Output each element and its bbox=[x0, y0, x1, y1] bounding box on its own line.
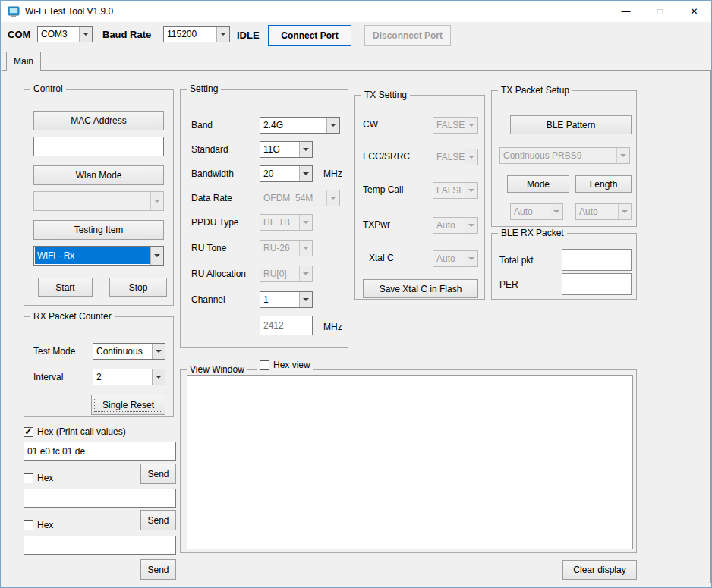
mode-button[interactable]: Mode bbox=[507, 175, 569, 193]
ru-tone-value: RU-26 bbox=[260, 241, 299, 256]
mode-value: Auto bbox=[511, 204, 550, 219]
checkbox-checked-icon bbox=[24, 427, 33, 437]
standard-select[interactable]: 11G bbox=[260, 141, 313, 158]
txpwr-label: TXPwr bbox=[363, 219, 390, 230]
ppdu-type-label: PPDU Type bbox=[191, 217, 238, 228]
standard-label: Standard bbox=[191, 144, 228, 155]
disconnect-port-button: Disconnect Port bbox=[364, 25, 451, 46]
checkbox-unchecked-icon bbox=[24, 520, 33, 530]
dropdown-arrow-icon bbox=[152, 344, 165, 359]
ppdu-type-select: HE TB bbox=[260, 214, 313, 231]
connect-port-button[interactable]: Connect Port bbox=[268, 25, 351, 46]
band-value: 2.4G bbox=[260, 118, 326, 133]
wlan-mode-button[interactable]: Wlan Mode bbox=[33, 165, 164, 185]
hex-cali-checkbox-label: Hex (Print cali values) bbox=[37, 426, 126, 437]
com-label: COM bbox=[8, 29, 30, 40]
dropdown-arrow-icon bbox=[150, 192, 163, 210]
dropdown-arrow-icon bbox=[326, 190, 339, 206]
window-controls: — □ ✕ bbox=[609, 1, 711, 22]
ru-tone-label: RU Tone bbox=[191, 243, 226, 253]
hex-cali-checkbox[interactable]: Hex (Print cali values) bbox=[24, 426, 126, 437]
ru-tone-select: RU-26 bbox=[260, 240, 313, 256]
bandwidth-unit-label: MHz bbox=[323, 168, 342, 179]
hex-checkbox-2[interactable]: Hex bbox=[24, 473, 53, 483]
frequency-input[interactable] bbox=[260, 316, 313, 335]
dropdown-arrow-icon bbox=[216, 27, 229, 42]
xtal-c-select: Auto bbox=[433, 250, 478, 267]
total-pkt-field bbox=[562, 249, 632, 271]
cw-value: FALSE bbox=[433, 118, 465, 133]
ble-rx-packet-title: BLE RX Packet bbox=[498, 228, 567, 238]
dropdown-arrow-icon bbox=[299, 142, 312, 157]
txpwr-value: Auto bbox=[433, 218, 465, 233]
view-window-title: View Window bbox=[187, 364, 247, 375]
ble-pattern-button[interactable]: BLE Pattern bbox=[510, 115, 632, 134]
interval-label: Interval bbox=[33, 372, 63, 382]
length-select: Auto bbox=[575, 203, 632, 220]
hex-input-2[interactable] bbox=[24, 489, 176, 508]
length-button[interactable]: Length bbox=[575, 175, 632, 193]
view-window-content[interactable] bbox=[187, 375, 633, 549]
channel-label: Channel bbox=[191, 294, 225, 305]
hex-checkbox-3[interactable]: Hex bbox=[24, 520, 53, 530]
ru-allocation-label: RU Allocation bbox=[191, 269, 246, 279]
total-pkt-label: Total pkt bbox=[499, 255, 534, 266]
hex-checkbox-3-label: Hex bbox=[37, 520, 53, 530]
dropdown-arrow-icon bbox=[299, 215, 312, 230]
band-label: Band bbox=[191, 120, 213, 130]
checkbox-unchecked-icon bbox=[24, 473, 33, 483]
dropdown-arrow-icon bbox=[465, 251, 477, 266]
hex-input-3[interactable] bbox=[24, 536, 176, 555]
mac-address-button[interactable]: MAC Address bbox=[33, 111, 164, 130]
band-select[interactable]: 2.4G bbox=[260, 117, 340, 134]
dropdown-arrow-icon bbox=[616, 148, 629, 163]
single-reset-button[interactable]: Single Reset bbox=[91, 395, 165, 415]
mac-address-input[interactable] bbox=[33, 137, 164, 156]
rx-packet-counter-title: RX Packet Counter bbox=[30, 311, 115, 322]
tx-packet-setup-group: TX Packet Setup BLE Pattern Continuous P… bbox=[491, 90, 637, 227]
ppdu-type-value: HE TB bbox=[260, 215, 299, 230]
dropdown-arrow-icon bbox=[465, 183, 477, 198]
start-button[interactable]: Start bbox=[38, 278, 93, 297]
baud-rate-label: Baud Rate bbox=[102, 29, 151, 40]
channel-value: 1 bbox=[260, 292, 299, 307]
app-window: Wi-Fi Test Tool V1.9.0 — □ ✕ COM COM3 Ba… bbox=[0, 0, 712, 588]
clear-display-button[interactable]: Clear display bbox=[562, 560, 637, 580]
frequency-unit-label: MHz bbox=[323, 322, 342, 332]
send-button-3[interactable]: Send bbox=[140, 559, 176, 580]
control-group-title: Control bbox=[30, 83, 66, 94]
length-value: Auto bbox=[576, 204, 618, 219]
tx-setting-group: TX Setting CW FALSE FCC/SRRC FALSE Temp … bbox=[354, 95, 485, 300]
baud-rate-select[interactable]: 115200 bbox=[163, 26, 230, 42]
bandwidth-label: Bandwidth bbox=[191, 168, 234, 179]
rx-packet-counter-group: RX Packet Counter Test Mode Continuous I… bbox=[24, 316, 174, 417]
send-button-2[interactable]: Send bbox=[140, 510, 176, 530]
dropdown-arrow-icon bbox=[152, 369, 165, 385]
testing-item-button[interactable]: Testing Item bbox=[33, 220, 164, 240]
send-button-1[interactable]: Send bbox=[140, 464, 176, 484]
stop-button[interactable]: Stop bbox=[109, 278, 167, 297]
testing-item-select[interactable]: WiFi - Rx bbox=[33, 246, 164, 266]
fcc-srrc-label: FCC/SRRC bbox=[363, 151, 410, 162]
tab-main[interactable]: Main bbox=[6, 52, 41, 71]
channel-select[interactable]: 1 bbox=[260, 291, 313, 308]
ble-pattern-select: Continuous PRBS9 bbox=[499, 147, 630, 164]
temp-cali-select: FALSE bbox=[433, 182, 478, 199]
hex-cali-input[interactable] bbox=[24, 442, 176, 461]
close-icon[interactable]: ✕ bbox=[677, 1, 711, 22]
fcc-srrc-value: FALSE bbox=[433, 149, 465, 165]
com-port-select[interactable]: COM3 bbox=[37, 26, 93, 42]
tx-setting-group-title: TX Setting bbox=[361, 90, 410, 100]
xtal-c-value: Auto bbox=[433, 251, 465, 266]
bandwidth-select[interactable]: 20 bbox=[260, 165, 313, 182]
testing-item-value: WiFi - Rx bbox=[35, 247, 150, 264]
interval-select[interactable]: 2 bbox=[93, 369, 165, 385]
com-port-value: COM3 bbox=[38, 27, 79, 42]
save-xtal-button[interactable]: Save Xtal C in Flash bbox=[363, 279, 478, 298]
per-field bbox=[562, 273, 632, 295]
data-rate-select: OFDM_54M bbox=[260, 190, 340, 206]
maximize-icon[interactable]: □ bbox=[643, 1, 677, 22]
minimize-icon[interactable]: — bbox=[609, 1, 643, 22]
hex-view-checkbox[interactable]: Hex view bbox=[257, 360, 313, 370]
test-mode-select[interactable]: Continuous bbox=[93, 343, 165, 360]
